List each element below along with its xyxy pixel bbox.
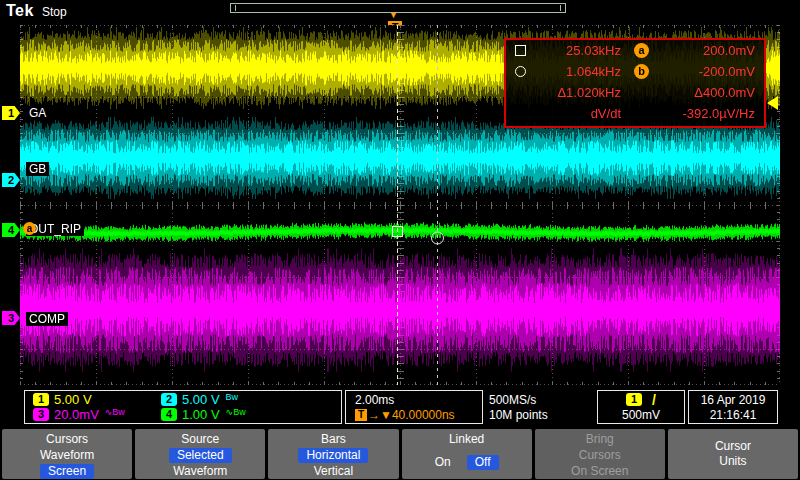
cursor-delta-voltage: Δ400.0mV [655, 85, 755, 100]
cursor-readout-panel: 25.03kHz a 200.0mV 1.064kHz b -200.0mV Δ… [504, 38, 766, 128]
cursor-a-badge: a [634, 43, 649, 58]
record-view-bar[interactable] [230, 3, 566, 13]
linked-off-option[interactable]: Off [467, 455, 499, 470]
ch1-ground-marker[interactable]: 1 [2, 106, 20, 120]
ch3-badge: 3 [33, 408, 49, 421]
trigger-pos-value: 40.00000ns [392, 408, 455, 422]
cursor-b-circle-icon [515, 66, 526, 77]
ch4-coupling-flags: ∿Bw [226, 407, 246, 417]
menu-bars[interactable]: Bars Horizontal Vertical [268, 429, 398, 479]
menu-bring-cursors-on-screen[interactable]: Bring Cursors On Screen [535, 429, 665, 479]
ch1-badge: 1 [33, 393, 49, 406]
trigger-level: 500mV [598, 407, 684, 422]
ch2-ground-marker[interactable]: 2 [2, 173, 20, 187]
acquisition-readout: 500MS/s 10M points [489, 392, 548, 422]
channel-scale-readout: 1 5.00 V 2 5.00 V Bw 3 20.0mV ∿Bw 4 1.00… [24, 390, 342, 424]
acquisition-status: Stop [42, 5, 67, 19]
cursor-a-voltage: 200.0mV [655, 43, 755, 58]
ch3-scale: 20.0mV [54, 407, 99, 422]
ch2-scale: 5.00 V [182, 392, 220, 407]
cursor-b-voltage: -200.0mV [655, 64, 755, 79]
timebase-scale: 2.00ms [355, 392, 482, 407]
record-length: 10M points [489, 407, 548, 422]
cursor-dvdt-row: dV/dt -392.0µV/Hz [506, 103, 764, 124]
sample-rate: 500MS/s [489, 392, 548, 407]
cursor-a-row: 25.03kHz a 200.0mV [506, 40, 764, 61]
trigger-position-caret-icon[interactable]: ▼ [389, 11, 398, 20]
menu-linked[interactable]: Linked On Off [402, 429, 532, 479]
ch3-waveform-label: COMP [26, 312, 68, 326]
cursor-b-row: 1.064kHz b -200.0mV [506, 61, 764, 82]
ch4-waveform-label: OUT_RIP a [26, 222, 84, 236]
cursor-delta-row: Δ1.020kHz Δ400.0mV [506, 82, 764, 103]
ch2-waveform-label: GB [26, 162, 49, 176]
ch4-badge: 4 [161, 408, 177, 421]
ch4-scale: 1.00 V [182, 407, 220, 422]
cursor-b-frequency: 1.064kHz [533, 64, 621, 79]
status-bar: 1 5.00 V 2 5.00 V Bw 3 20.0mV ∿Bw 4 1.00… [0, 388, 800, 428]
linked-on-option[interactable]: On [435, 455, 451, 470]
cursor-a-frequency: 25.03kHz [533, 43, 621, 58]
trigger-position-readout: T→▼40.00000ns [355, 407, 482, 422]
softkey-menu: Cursors Waveform Screen Source Selected … [0, 428, 800, 480]
time: 21:16:41 [689, 407, 777, 422]
cursor-a-square-icon [515, 45, 526, 56]
trigger-readout: 1 / 500mV [597, 390, 685, 424]
trigger-t-chip: T [355, 409, 367, 421]
dvdt-label: dV/dt [533, 106, 621, 121]
ch2-badge: 2 [161, 393, 177, 406]
cursor-delta-frequency: Δ1.020kHz [533, 85, 621, 100]
date: 16 Apr 2019 [689, 392, 777, 407]
trigger-slope-icon: / [652, 392, 656, 408]
datetime-readout: 16 Apr 2019 21:16:41 [688, 390, 778, 424]
cursor-a-marker-badge[interactable]: a [23, 222, 36, 235]
trigger-pos-arrows-icon: →▼ [368, 408, 392, 422]
ch1-scale: 5.00 V [54, 392, 92, 407]
ch4-ground-marker[interactable]: 4 [2, 223, 20, 237]
menu-source[interactable]: Source Selected Waveform [135, 429, 265, 479]
tek-logo: Tek [6, 2, 34, 20]
record-bar-tick [560, 5, 561, 11]
ch3-ground-marker[interactable]: 3 [2, 311, 20, 325]
menu-cursors-mode[interactable]: Cursors Waveform Screen [2, 429, 132, 479]
trigger-source-badge: 1 [626, 393, 642, 406]
ch3-coupling-flags: ∿Bw [105, 407, 125, 417]
ch2-coupling-flags: Bw [226, 392, 239, 402]
record-bar-tick [235, 5, 236, 11]
dvdt-value: -392.0µV/Hz [655, 106, 755, 121]
oscilloscope-screen: Tek Stop ▼ T 1 2 4 3 GA GB OUT_RIP a COM… [0, 0, 800, 480]
timebase-readout: 2.00ms T→▼40.00000ns [345, 390, 483, 424]
ch1-waveform-label: GA [26, 106, 49, 120]
menu-cursor-units[interactable]: Cursor Units [668, 429, 798, 479]
cursor-b-badge: b [634, 64, 649, 79]
ch4-waveform-label-text: OUT_RIP [29, 222, 81, 236]
trigger-level-arrow-icon[interactable] [767, 96, 778, 110]
